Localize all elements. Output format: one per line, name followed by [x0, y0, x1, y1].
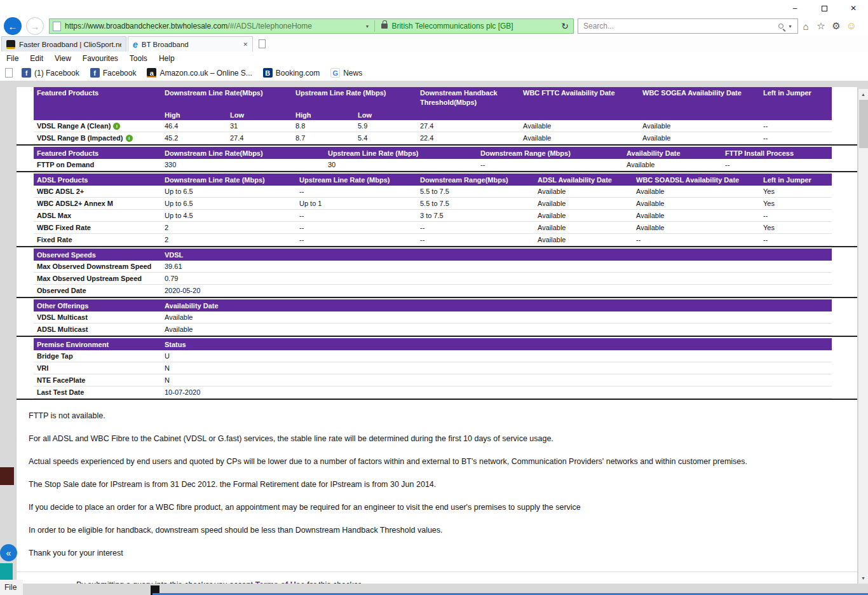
menu-file[interactable]: File	[6, 54, 24, 63]
table-row: Last Test Date10-07-2020	[34, 386, 832, 399]
notices: FTTP is not available.For all ADSL and W…	[17, 401, 857, 558]
scroll-up-icon[interactable]: ▲	[858, 89, 868, 100]
cell-value: 330	[161, 161, 325, 168]
favorites-item[interactable]: fFacebook	[90, 68, 137, 78]
forward-button[interactable]: →	[26, 17, 44, 35]
column-header: Upstream Line Rate (Mbps)	[296, 176, 417, 184]
search-box[interactable]: ▼	[578, 18, 798, 34]
address-dropdown-icon[interactable]: ▼	[360, 24, 375, 29]
tab-bt-broadband[interactable]: e BT Broadband ✕	[128, 36, 253, 51]
table-row: VRIN	[34, 362, 832, 374]
table-row: WBC Fixed Rate2----AvailableAvailableYes	[34, 222, 832, 234]
cell-value: 45.2	[161, 134, 227, 142]
row-label: Bridge Tap	[34, 352, 161, 360]
cell-value: Available	[639, 134, 760, 142]
close-icon: ✕	[850, 4, 857, 13]
cell-value: 8.7	[292, 134, 355, 142]
notice-paragraph: For all ADSL and WBC Fibre to the Cabine…	[29, 434, 832, 444]
featured-products-vdsl-table: Featured ProductsDownstream Line Rate(Mb…	[17, 87, 857, 146]
file-label: File	[0, 580, 23, 595]
column-header: Featured Products	[34, 88, 161, 98]
menu-view[interactable]: View	[55, 54, 77, 63]
info-icon[interactable]: i	[126, 135, 133, 142]
notice-paragraph: Thank you for your interest	[29, 549, 832, 558]
cell-value: --	[722, 161, 832, 168]
back-button[interactable]: ←	[4, 17, 22, 35]
favorites-item[interactable]: GNews	[330, 68, 362, 78]
search-icon[interactable]	[778, 24, 783, 29]
column-header: Observed Speeds	[34, 251, 161, 259]
cell-value: 10-07-2020	[161, 388, 832, 396]
column-header: FTTP Install Process	[722, 149, 832, 157]
address-bar[interactable]: https://www.broadbandchecker.btwholesale…	[49, 18, 574, 34]
table-row: VDSL Range A (Clean)i46.4318.85.927.4Ava…	[34, 120, 832, 132]
chevrons-left-icon: «	[6, 548, 11, 558]
search-dropdown-icon[interactable]: ▼	[783, 24, 797, 29]
cell-value: --	[296, 224, 417, 231]
cell-value: Available	[520, 122, 639, 130]
menu-edit[interactable]: Edit	[30, 54, 49, 63]
column-header: Low	[227, 111, 292, 119]
page-background: Featured ProductsDownstream Line Rate(Mb…	[0, 81, 868, 595]
cell-value: Available	[534, 212, 633, 219]
slide-panel-toggle-button[interactable]: «	[0, 544, 17, 561]
notice-paragraph: In order to be eligible for handback, do…	[29, 526, 832, 535]
terms-of-use-link[interactable]: Terms of Use	[255, 580, 304, 584]
maximize-button[interactable]	[810, 0, 839, 17]
other-offerings-table: Other OfferingsAvailability DateVDSL Mul…	[17, 299, 857, 337]
cell-value: Available	[520, 134, 639, 142]
table-row: VDSL MulticastAvailable	[34, 311, 832, 324]
menu-help[interactable]: Help	[159, 54, 180, 63]
favorites-item[interactable]: aAmazon.co.uk – Online S...	[147, 68, 252, 78]
cell-value: --	[417, 236, 534, 243]
adsl-products-table: ADSL ProductsDownstream Line Rate (Mbps)…	[17, 174, 857, 247]
notice-paragraph: Actual speeds experienced by end users a…	[29, 457, 832, 467]
column-header: Availability Date	[623, 149, 722, 157]
close-button[interactable]: ✕	[839, 0, 868, 17]
close-tab-icon[interactable]: ✕	[239, 41, 248, 48]
google-icon: G	[330, 68, 340, 78]
column-header: Left in Jumper	[760, 176, 832, 184]
favorites-item[interactable]: f(1) Facebook	[22, 68, 79, 78]
column-header: Downstream Line Rate(Mbps)	[161, 149, 325, 157]
minimize-button[interactable]: –	[780, 0, 810, 17]
cell-value: Yes	[760, 224, 832, 231]
page-edge-widget-teal[interactable]	[0, 563, 13, 580]
search-input[interactable]	[578, 22, 778, 31]
cell-value: Yes	[760, 200, 832, 207]
feedback-smiley-icon[interactable]: ☺	[844, 20, 859, 32]
column-header: Featured Products	[34, 149, 161, 157]
cell-value: 31	[227, 122, 292, 130]
observed-speeds-table: Observed SpeedsVDSLMax Observed Downstre…	[17, 249, 857, 298]
cliosport-favicon-icon	[6, 40, 15, 49]
favorites-item[interactable]: BBooking.com	[263, 68, 320, 78]
column-header: VDSL	[161, 251, 832, 259]
menu-tools[interactable]: Tools	[130, 54, 153, 63]
ev-certificate-badge[interactable]: British Telecommunications plc [GB]	[391, 22, 513, 31]
column-header: Status	[161, 341, 832, 348]
cell-value: 2	[161, 236, 296, 243]
cell-value: 27.4	[417, 122, 520, 130]
scrollbar-thumb[interactable]	[859, 100, 868, 148]
file-label-text: File	[4, 583, 17, 592]
favorites-star-icon[interactable]: ☆	[813, 20, 829, 32]
favorites-page-icon[interactable]	[5, 68, 13, 78]
refresh-icon[interactable]: ↻	[561, 21, 569, 31]
table-header-row: Featured ProductsDownstream Line Rate(Mb…	[34, 147, 832, 159]
settings-gear-icon[interactable]: ⚙	[829, 20, 844, 32]
tab-cliosport[interactable]: Faster Broadband | ClioSport.net	[1, 36, 126, 51]
scroll-down-icon[interactable]: ▼	[858, 573, 868, 584]
tab-title: Faster Broadband | ClioSport.net	[19, 41, 121, 48]
table-row: VDSL Range B (Impacted)i45.227.48.75.422…	[34, 132, 832, 144]
table-header-row: Other OfferingsAvailability Date	[34, 299, 832, 311]
cell-value: Yes	[760, 188, 832, 195]
new-tab-button[interactable]	[254, 36, 269, 51]
favorites-label: Amazon.co.uk – Online S...	[159, 69, 252, 78]
cell-value: 0.79	[161, 275, 832, 282]
maximize-icon	[822, 6, 827, 11]
cell-value: --	[760, 134, 832, 142]
info-icon[interactable]: i	[113, 123, 120, 130]
menu-favourites[interactable]: Favourites	[83, 54, 124, 63]
home-icon[interactable]: ⌂	[798, 21, 813, 32]
vertical-scrollbar[interactable]: ▲ ▼	[858, 89, 868, 584]
